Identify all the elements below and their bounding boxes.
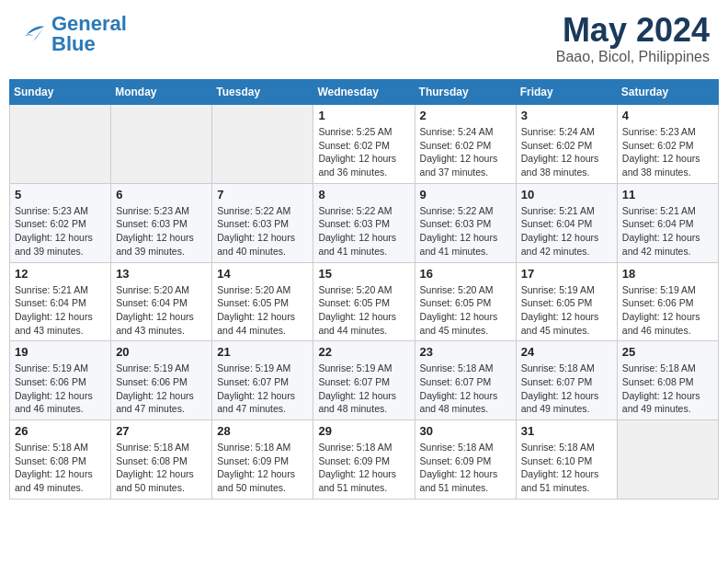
day-info: Sunrise: 5:18 AM Sunset: 6:09 PM Dayligh… bbox=[318, 441, 409, 495]
title-block: May 2024 Baao, Bicol, Philippines bbox=[556, 14, 710, 65]
calendar-cell: 7Sunrise: 5:22 AM Sunset: 6:03 PM Daylig… bbox=[212, 183, 313, 262]
day-info: Sunrise: 5:22 AM Sunset: 6:03 PM Dayligh… bbox=[217, 204, 308, 259]
day-number: 5 bbox=[15, 188, 106, 201]
calendar-table: SundayMondayTuesdayWednesdayThursdayFrid… bbox=[9, 79, 719, 500]
calendar-cell: 9Sunrise: 5:22 AM Sunset: 6:03 PM Daylig… bbox=[415, 183, 516, 262]
day-info: Sunrise: 5:24 AM Sunset: 6:02 PM Dayligh… bbox=[420, 125, 511, 179]
day-number: 24 bbox=[521, 345, 612, 359]
calendar-body: 1Sunrise: 5:25 AM Sunset: 6:02 PM Daylig… bbox=[10, 105, 719, 500]
calendar-cell: 6Sunrise: 5:23 AM Sunset: 6:03 PM Daylig… bbox=[111, 183, 212, 262]
calendar-week-2: 5Sunrise: 5:23 AM Sunset: 6:02 PM Daylig… bbox=[10, 183, 719, 262]
day-number: 15 bbox=[318, 267, 409, 281]
calendar-week-1: 1Sunrise: 5:25 AM Sunset: 6:02 PM Daylig… bbox=[10, 105, 719, 184]
day-info: Sunrise: 5:18 AM Sunset: 6:09 PM Dayligh… bbox=[217, 441, 308, 495]
day-info: Sunrise: 5:19 AM Sunset: 6:06 PM Dayligh… bbox=[116, 362, 207, 416]
calendar-cell: 15Sunrise: 5:20 AM Sunset: 6:05 PM Dayli… bbox=[313, 262, 415, 341]
day-info: Sunrise: 5:18 AM Sunset: 6:08 PM Dayligh… bbox=[15, 441, 106, 495]
calendar-cell: 5Sunrise: 5:23 AM Sunset: 6:02 PM Daylig… bbox=[10, 183, 111, 262]
day-info: Sunrise: 5:23 AM Sunset: 6:02 PM Dayligh… bbox=[15, 204, 106, 259]
calendar-cell: 12Sunrise: 5:21 AM Sunset: 6:04 PM Dayli… bbox=[10, 262, 111, 341]
day-number: 23 bbox=[420, 345, 511, 359]
calendar-cell: 16Sunrise: 5:20 AM Sunset: 6:05 PM Dayli… bbox=[415, 262, 516, 341]
day-number: 9 bbox=[420, 188, 511, 201]
calendar-cell bbox=[617, 420, 718, 500]
day-info: Sunrise: 5:22 AM Sunset: 6:03 PM Dayligh… bbox=[420, 204, 511, 259]
calendar-cell bbox=[111, 105, 212, 184]
day-number: 27 bbox=[116, 424, 207, 438]
day-info: Sunrise: 5:20 AM Sunset: 6:05 PM Dayligh… bbox=[318, 283, 409, 338]
day-info: Sunrise: 5:23 AM Sunset: 6:03 PM Dayligh… bbox=[116, 204, 207, 259]
logo-bird-icon bbox=[18, 23, 48, 45]
day-info: Sunrise: 5:21 AM Sunset: 6:04 PM Dayligh… bbox=[521, 204, 612, 259]
day-info: Sunrise: 5:20 AM Sunset: 6:04 PM Dayligh… bbox=[116, 283, 207, 338]
weekday-tuesday: Tuesday bbox=[212, 80, 313, 105]
calendar-cell: 4Sunrise: 5:23 AM Sunset: 6:02 PM Daylig… bbox=[617, 105, 718, 184]
calendar-cell: 2Sunrise: 5:24 AM Sunset: 6:02 PM Daylig… bbox=[415, 105, 516, 184]
calendar-cell: 21Sunrise: 5:19 AM Sunset: 6:07 PM Dayli… bbox=[212, 341, 313, 420]
calendar-cell: 25Sunrise: 5:18 AM Sunset: 6:08 PM Dayli… bbox=[617, 341, 718, 420]
day-number: 1 bbox=[318, 109, 409, 122]
day-info: Sunrise: 5:19 AM Sunset: 6:06 PM Dayligh… bbox=[15, 362, 106, 416]
day-number: 11 bbox=[622, 188, 713, 201]
month-title: May 2024 bbox=[556, 14, 710, 47]
day-number: 12 bbox=[15, 267, 106, 281]
day-number: 26 bbox=[15, 424, 106, 438]
day-info: Sunrise: 5:19 AM Sunset: 6:06 PM Dayligh… bbox=[622, 283, 713, 338]
day-info: Sunrise: 5:19 AM Sunset: 6:05 PM Dayligh… bbox=[521, 283, 612, 338]
logo-text: GeneralBlue bbox=[51, 14, 127, 54]
calendar-week-3: 12Sunrise: 5:21 AM Sunset: 6:04 PM Dayli… bbox=[10, 262, 719, 341]
day-number: 16 bbox=[420, 267, 511, 281]
calendar-cell: 22Sunrise: 5:19 AM Sunset: 6:07 PM Dayli… bbox=[313, 341, 415, 420]
day-number: 22 bbox=[318, 345, 409, 359]
calendar-cell: 23Sunrise: 5:18 AM Sunset: 6:07 PM Dayli… bbox=[415, 341, 516, 420]
calendar-cell bbox=[10, 105, 111, 184]
calendar-week-4: 19Sunrise: 5:19 AM Sunset: 6:06 PM Dayli… bbox=[10, 341, 719, 420]
day-info: Sunrise: 5:20 AM Sunset: 6:05 PM Dayligh… bbox=[420, 283, 511, 338]
calendar-cell bbox=[212, 105, 313, 184]
calendar-cell: 30Sunrise: 5:18 AM Sunset: 6:09 PM Dayli… bbox=[415, 420, 516, 500]
calendar-cell: 1Sunrise: 5:25 AM Sunset: 6:02 PM Daylig… bbox=[313, 105, 415, 184]
calendar-cell: 31Sunrise: 5:18 AM Sunset: 6:10 PM Dayli… bbox=[516, 420, 617, 500]
day-number: 19 bbox=[15, 345, 106, 359]
weekday-friday: Friday bbox=[516, 80, 617, 105]
calendar-cell: 28Sunrise: 5:18 AM Sunset: 6:09 PM Dayli… bbox=[212, 420, 313, 500]
day-info: Sunrise: 5:22 AM Sunset: 6:03 PM Dayligh… bbox=[318, 204, 409, 259]
weekday-saturday: Saturday bbox=[617, 80, 718, 105]
day-info: Sunrise: 5:21 AM Sunset: 6:04 PM Dayligh… bbox=[15, 283, 106, 338]
weekday-wednesday: Wednesday bbox=[313, 80, 415, 105]
day-info: Sunrise: 5:23 AM Sunset: 6:02 PM Dayligh… bbox=[622, 125, 713, 179]
day-info: Sunrise: 5:18 AM Sunset: 6:08 PM Dayligh… bbox=[116, 441, 207, 495]
location-title: Baao, Bicol, Philippines bbox=[556, 49, 710, 65]
calendar-cell: 8Sunrise: 5:22 AM Sunset: 6:03 PM Daylig… bbox=[313, 183, 415, 262]
day-number: 21 bbox=[217, 345, 308, 359]
day-number: 7 bbox=[217, 188, 308, 201]
day-info: Sunrise: 5:18 AM Sunset: 6:07 PM Dayligh… bbox=[420, 362, 511, 416]
logo: GeneralBlue bbox=[18, 14, 127, 54]
weekday-sunday: Sunday bbox=[10, 80, 111, 105]
day-number: 31 bbox=[521, 424, 612, 438]
weekday-monday: Monday bbox=[111, 80, 212, 105]
day-number: 20 bbox=[116, 345, 207, 359]
day-number: 13 bbox=[116, 267, 207, 281]
calendar-cell: 27Sunrise: 5:18 AM Sunset: 6:08 PM Dayli… bbox=[111, 420, 212, 500]
day-number: 14 bbox=[217, 267, 308, 281]
calendar-cell: 29Sunrise: 5:18 AM Sunset: 6:09 PM Dayli… bbox=[313, 420, 415, 500]
page-header: GeneralBlue May 2024 Baao, Bicol, Philip… bbox=[9, 9, 719, 70]
calendar-cell: 18Sunrise: 5:19 AM Sunset: 6:06 PM Dayli… bbox=[617, 262, 718, 341]
day-number: 2 bbox=[420, 109, 511, 122]
day-number: 6 bbox=[116, 188, 207, 201]
day-number: 8 bbox=[318, 188, 409, 201]
weekday-header-row: SundayMondayTuesdayWednesdayThursdayFrid… bbox=[10, 80, 719, 105]
calendar-cell: 3Sunrise: 5:24 AM Sunset: 6:02 PM Daylig… bbox=[516, 105, 617, 184]
day-number: 28 bbox=[217, 424, 308, 438]
day-info: Sunrise: 5:18 AM Sunset: 6:07 PM Dayligh… bbox=[521, 362, 612, 416]
day-number: 25 bbox=[622, 345, 713, 359]
calendar-cell: 17Sunrise: 5:19 AM Sunset: 6:05 PM Dayli… bbox=[516, 262, 617, 341]
weekday-thursday: Thursday bbox=[415, 80, 516, 105]
calendar-cell: 26Sunrise: 5:18 AM Sunset: 6:08 PM Dayli… bbox=[10, 420, 111, 500]
day-info: Sunrise: 5:24 AM Sunset: 6:02 PM Dayligh… bbox=[521, 125, 612, 179]
day-number: 18 bbox=[622, 267, 713, 281]
day-number: 30 bbox=[420, 424, 511, 438]
day-info: Sunrise: 5:19 AM Sunset: 6:07 PM Dayligh… bbox=[318, 362, 409, 416]
day-info: Sunrise: 5:18 AM Sunset: 6:08 PM Dayligh… bbox=[622, 362, 713, 416]
